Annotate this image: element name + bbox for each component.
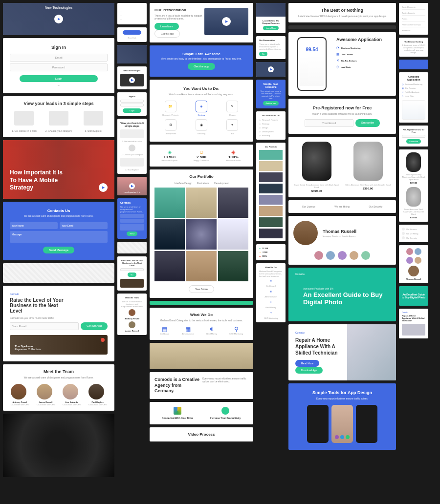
seemore-button[interactable]: See More [189,285,214,293]
pricing-card: Our LicenceWe are HiringOur Security [288,200,396,213]
getstarted-button[interactable]: Get Started [81,322,108,330]
drive-icon [174,407,181,415]
password-field[interactable]: Password [10,63,108,71]
guide-card: ComodoAwesome Products with 5%An Excelle… [288,268,396,321]
prereg-card: Pre-Registered now for FreeWatch a walk-… [288,99,396,134]
learnmore-button[interactable]: Learn More [154,23,179,30]
readmore-button[interactable]: Read More [295,360,319,367]
tools-card: Simple Tools for App DesignEvery new rep… [288,383,396,450]
hero-title: New Technologies [3,6,114,9]
portfolio-card: Our PortfolioInterface DesignIllustratio… [150,169,253,298]
login-button[interactable]: Login [20,75,98,82]
email-input[interactable]: Your Email [60,222,108,229]
divider [150,301,253,305]
presentation-card: Our PresentationThere are a lots of tool… [150,3,253,42]
team-card: Meet the TeamWe are a small team of desi… [3,364,114,411]
tab[interactable]: Development [214,182,228,185]
step-img [14,111,34,126]
repair-card: ComodoRepair A Home Appliance With A Ski… [288,324,396,380]
step-img [84,111,103,126]
tab[interactable]: Interface Design [174,182,192,185]
email-input[interactable]: Your Email [10,322,79,330]
message-input[interactable]: Message [10,231,108,243]
simple-card: Simple. Fast. AwesomeVery simple and eas… [150,45,253,77]
comodo-card: Comodo is a Creative Agency from Germany… [150,372,253,399]
want-card: You Want Us to Do:Watch a walk-audience … [150,80,253,142]
step-img [49,111,68,126]
contacts-card: Contacts UsWe are a small team of design… [3,202,114,260]
best-card: The Best or NothingA dedicated team of U… [288,3,396,22]
mobile-strategy-card: How Important It IsTo Have A MobileStrat… [3,140,114,199]
email-input[interactable]: Your Email [305,119,353,127]
products-card: Karat Speed Grey Aluminum Case with Blac… [288,137,396,197]
russell-card: Thomas RussellManaging Director — Specif… [288,216,396,265]
getapp-button[interactable]: Get the app [154,30,180,38]
leads-card: View your leads in 3 simple steps1. Get … [3,96,114,137]
repair-image [347,324,396,380]
download-button[interactable]: Download App [295,367,323,374]
tab[interactable]: Illustrations [197,182,209,185]
signin-card: Sign InEmailPasswordLoginor [3,38,114,93]
watch-image [3,414,114,477]
leads-title: View your leads in 3 simple steps [8,101,110,106]
awesome-card: 99.54Awesome Application◔Business Monito… [288,32,396,96]
email-field[interactable]: Email [10,54,108,62]
productivity-icon [221,407,229,415]
stats-card: ◈13 568Released Projects☺2 500Happy Cust… [150,145,253,167]
whatwedo-card: What We DoMedium Brand Categories to the… [150,308,253,340]
signin-title: Sign In [10,45,108,50]
lifestyle-image [150,343,253,369]
subscribe-button[interactable]: Subscribe [355,119,380,127]
map[interactable] [3,263,114,283]
name-input[interactable]: Your Name [10,222,58,229]
raise-card: ComodoRaise the Level of Your Business t… [3,286,114,361]
getapp-button[interactable]: Get the app [188,63,215,70]
send-button[interactable]: Send Message [43,247,74,253]
